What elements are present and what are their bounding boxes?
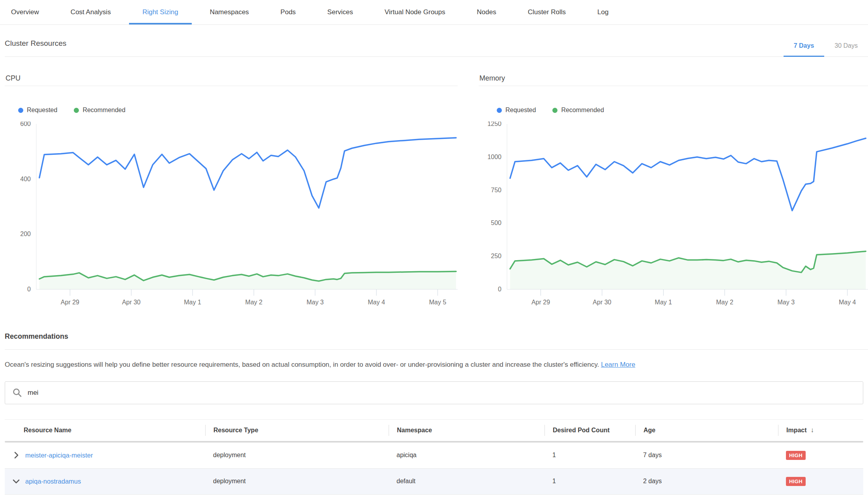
tab-log[interactable]: Log: [582, 0, 624, 24]
memory-chart-panel: Memory RequestedRecommended 025050075010…: [479, 74, 868, 307]
resource-name-link[interactable]: apiqa-nostradamus: [25, 478, 81, 485]
desired-pod-count-cell: 1: [544, 452, 635, 459]
sort-desc-icon[interactable]: ↓: [811, 426, 814, 434]
column-header-desired-pod-count[interactable]: Desired Pod Count: [544, 425, 635, 436]
learn-more-link[interactable]: Learn More: [601, 361, 635, 368]
age-cell: 2 days: [635, 478, 778, 485]
column-header-resource-name[interactable]: Resource Name: [5, 425, 205, 436]
legend-dot-icon: [74, 108, 79, 113]
tab-right-sizing[interactable]: Right Sizing: [127, 0, 194, 24]
svg-text:May 5: May 5: [429, 299, 447, 306]
legend-dot-icon: [497, 108, 502, 113]
svg-text:750: 750: [491, 187, 501, 193]
svg-text:600: 600: [20, 122, 31, 127]
recommendations-description-text: Ocean's resizing suggestions will help y…: [5, 361, 599, 368]
range-tab-7-days[interactable]: 7 Days: [784, 42, 825, 57]
chevron-right-icon[interactable]: [11, 450, 21, 460]
section-title: Cluster Resources: [5, 39, 66, 56]
svg-text:Apr 29: Apr 29: [531, 299, 550, 306]
resource-type-cell: deployment: [205, 478, 389, 485]
namespace-cell: default: [389, 478, 544, 485]
tab-cluster-rolls[interactable]: Cluster Rolls: [512, 0, 582, 24]
svg-text:Apr 30: Apr 30: [122, 299, 140, 306]
legend-item-recommended[interactable]: Recommended: [74, 107, 125, 114]
cluster-resources-header: Cluster Resources 7 Days 30 Days: [5, 25, 868, 57]
search-icon: [12, 388, 22, 398]
svg-text:250: 250: [491, 253, 501, 259]
column-header-age[interactable]: Age: [635, 425, 778, 436]
cpu-chart-panel: CPU RequestedRecommended 0200400600Apr 2…: [5, 74, 458, 307]
tab-namespaces[interactable]: Namespaces: [194, 0, 265, 24]
cpu-chart-title: CPU: [5, 74, 458, 86]
table-row[interactable]: meister-apiciqa-meister deployment apici…: [5, 443, 863, 469]
legend-dot-icon: [552, 108, 557, 113]
tab-cost-analysis[interactable]: Cost Analysis: [55, 0, 127, 24]
tab-nodes[interactable]: Nodes: [461, 0, 512, 24]
table-header-row: Resource Name Resource Type Namespace De…: [5, 420, 863, 441]
svg-text:May 4: May 4: [839, 299, 856, 306]
impact-high-badge: HIGH: [786, 477, 806, 486]
svg-text:0: 0: [27, 286, 31, 293]
column-header-namespace[interactable]: Namespace: [389, 425, 544, 436]
age-cell: 7 days: [635, 452, 778, 459]
svg-text:400: 400: [20, 176, 31, 182]
tab-services[interactable]: Services: [312, 0, 369, 24]
svg-text:May 3: May 3: [778, 299, 795, 306]
legend-item-requested[interactable]: Requested: [497, 107, 536, 114]
svg-text:May 1: May 1: [184, 299, 201, 306]
cpu-line-chart: 0200400600Apr 29Apr 30May 1May 2May 3May…: [5, 122, 458, 307]
table-row[interactable]: apiqa-nostradamus deployment default 1 2…: [5, 469, 863, 495]
search-input-value: mei: [28, 389, 38, 397]
resource-type-cell: deployment: [205, 452, 389, 459]
desired-pod-count-cell: 1: [544, 478, 635, 485]
impact-high-badge: HIGH: [786, 451, 806, 460]
svg-text:500: 500: [491, 219, 501, 226]
tab-pods[interactable]: Pods: [265, 0, 312, 24]
svg-text:May 2: May 2: [245, 299, 263, 306]
memory-chart-legend: RequestedRecommended: [497, 107, 868, 114]
range-tab-30-days[interactable]: 30 Days: [824, 42, 868, 57]
svg-text:200: 200: [20, 231, 31, 237]
recommendations-description: Ocean's resizing suggestions will help y…: [5, 360, 863, 370]
legend-item-requested[interactable]: Requested: [18, 107, 57, 114]
recommendations-table: Resource Name Resource Type Namespace De…: [5, 419, 863, 495]
svg-text:1000: 1000: [487, 154, 501, 160]
svg-text:0: 0: [498, 286, 501, 293]
column-header-impact[interactable]: Impact↓: [778, 425, 863, 436]
tab-overview[interactable]: Overview: [0, 0, 55, 24]
namespace-cell: apiciqa: [389, 452, 544, 459]
cpu-chart-legend: RequestedRecommended: [18, 107, 458, 114]
charts-row: CPU RequestedRecommended 0200400600Apr 2…: [5, 74, 868, 307]
column-header-impact-label: Impact: [786, 427, 807, 433]
resource-name-link[interactable]: meister-apiciqa-meister: [25, 452, 93, 459]
time-range-tabs: 7 Days 30 Days: [784, 42, 868, 56]
svg-text:May 4: May 4: [368, 299, 385, 306]
legend-dot-icon: [18, 108, 23, 113]
svg-text:May 2: May 2: [716, 299, 733, 306]
memory-chart-title: Memory: [479, 74, 868, 86]
search-input[interactable]: mei: [5, 381, 863, 404]
chevron-down-icon[interactable]: [11, 476, 21, 486]
recommendations-title: Recommendations: [5, 332, 868, 350]
memory-line-chart: 025050075010001250Apr 29Apr 30May 1May 2…: [479, 122, 868, 307]
svg-text:Apr 30: Apr 30: [593, 299, 611, 306]
svg-text:May 1: May 1: [655, 299, 672, 306]
legend-item-recommended[interactable]: Recommended: [552, 107, 604, 114]
svg-text:Apr 29: Apr 29: [61, 299, 79, 306]
svg-text:May 3: May 3: [307, 299, 324, 306]
svg-text:1250: 1250: [487, 122, 501, 127]
top-tab-bar: OverviewCost AnalysisRight SizingNamespa…: [0, 0, 868, 25]
column-header-resource-type[interactable]: Resource Type: [205, 425, 389, 436]
tab-virtual-node-groups[interactable]: Virtual Node Groups: [369, 0, 461, 24]
